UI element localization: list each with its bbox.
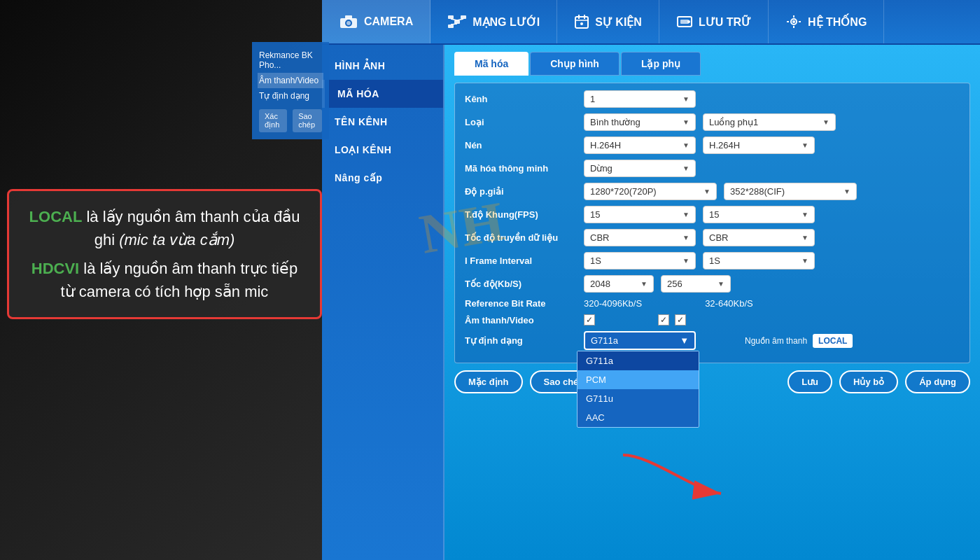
chevron-down-icon-tockbs: ▼ xyxy=(640,280,648,288)
select-tocdo-kbs[interactable]: 2048 ▼ xyxy=(584,275,654,293)
content-area: HÌNH ẢNH MÃ HÓA TÊN KÊNH LOẠI KÊNH Nâng … xyxy=(322,45,980,560)
chevron-down-icon-tudinhdang: ▼ xyxy=(680,335,689,346)
chevron-down-icon: ▼ xyxy=(682,95,690,103)
select-nen-2[interactable]: H.264H ▼ xyxy=(703,136,815,154)
select-do-pgiai-2[interactable]: 352*288(CIF) ▼ xyxy=(724,183,857,200)
checkbox-amthanh-2[interactable]: ✓ xyxy=(658,314,669,326)
select-tudinhdang[interactable]: G711a ▼ xyxy=(584,331,696,350)
sidebar-ma-hoa[interactable]: MÃ HÓA xyxy=(322,80,443,108)
overlay-item-2: Âm thanh/Video xyxy=(258,73,323,88)
top-nav: CAMERA MẠNG LƯỚI xyxy=(322,0,980,45)
chevron-down-icon-dopgiai: ▼ xyxy=(704,188,710,195)
dropdown-item-aac[interactable]: AAC xyxy=(578,408,699,427)
svg-point-15 xyxy=(580,22,583,25)
select-tocdo-truyen[interactable]: CBR ▼ xyxy=(584,229,696,246)
form-row-tdo-khung: T.độ Khung(FPS) 15 ▼ 15 ▼ xyxy=(465,206,960,223)
select-iframe-2[interactable]: 1S ▼ xyxy=(703,252,815,270)
select-luong-phu[interactable]: Luồng phụ1 ▼ xyxy=(703,113,836,131)
storage-icon xyxy=(676,14,693,29)
luu-button[interactable]: Lưu xyxy=(788,370,832,393)
sao-chep-btn-left[interactable]: Sao chép xyxy=(293,109,322,132)
select-nen-2-value: H.264H xyxy=(709,140,740,150)
chevron-down-icon-tockbs2: ▼ xyxy=(718,280,724,288)
main-panel: CAMERA MẠNG LƯỚI xyxy=(322,0,980,560)
select-do-pgiai-value: 1280*720(720P) xyxy=(590,186,657,197)
nav-luu-tru-label: LƯU TRỮ xyxy=(699,15,751,29)
annotation-mic-italic: (mic ta vừa cắm) xyxy=(119,231,234,248)
ap-dung-button[interactable]: Áp dụng xyxy=(905,370,970,393)
label-tudinhdang: Tự định dạng xyxy=(465,335,577,346)
label-loai: Loại xyxy=(465,117,577,127)
nav-mang-luoi-label: MẠNG LƯỚI xyxy=(472,15,540,29)
select-tdo-khung-2-value: 15 xyxy=(709,209,719,220)
select-nen[interactable]: H.264H ▼ xyxy=(584,136,696,154)
form-area: Kênh 1 ▼ Loại Bình thường ▼ Luồng phụ1 xyxy=(454,83,970,363)
select-loai[interactable]: Bình thường ▼ xyxy=(584,113,696,131)
select-tdo-khung-2[interactable]: 15 ▼ xyxy=(703,206,815,223)
svg-point-20 xyxy=(792,20,795,23)
select-kenh-value: 1 xyxy=(590,94,595,104)
tabs-row: Mã hóa Chụp hình Lặp phụ xyxy=(454,52,970,76)
overlay-item-1: Rekmance BK Pho... xyxy=(258,48,323,73)
label-kenh: Kênh xyxy=(465,94,577,104)
dropdown-item-g711a[interactable]: G711a xyxy=(578,351,699,370)
annotation-hdcvi-desc: là lấy nguồn âm thanh trực tiếp từ camer… xyxy=(61,260,298,300)
select-tocdo-kbs-value: 2048 xyxy=(590,279,610,289)
chevron-down-icon-iframe2: ▼ xyxy=(802,257,808,265)
select-tdo-khung[interactable]: 15 ▼ xyxy=(584,206,696,223)
tab-chup-hinh[interactable]: Chụp hình xyxy=(530,52,620,76)
sidebar-ten-kenh[interactable]: TÊN KÊNH xyxy=(322,108,443,136)
nav-camera[interactable]: CAMERA xyxy=(322,0,430,43)
nav-mang-luoi[interactable]: MẠNG LƯỚI xyxy=(430,0,557,43)
select-mahoa-thongminh-value: Dừng xyxy=(590,163,612,174)
sidebar-nang-cap[interactable]: Nâng cấp xyxy=(322,164,443,192)
sidebar-loai-kenh[interactable]: LOẠI KÊNH xyxy=(322,136,443,164)
select-nen-value: H.264H xyxy=(590,140,621,150)
chevron-down-icon-tocdo2: ▼ xyxy=(802,234,808,241)
dropdown-item-pcm[interactable]: PCM xyxy=(578,370,699,389)
xac-dinh-button[interactable]: Xác định xyxy=(259,109,287,132)
nav-he-thong[interactable]: HỆ THỐNG xyxy=(769,0,884,43)
select-iframe-2-value: 1S xyxy=(709,255,720,266)
label-nen: Nén xyxy=(465,140,577,150)
checkbox-amthanh-3[interactable]: ✓ xyxy=(675,314,686,326)
mac-dinh-button[interactable]: Mặc định xyxy=(454,370,523,393)
sidebar-hinh-anh[interactable]: HÌNH ẢNH xyxy=(322,52,443,80)
checkbox-amthanh-1[interactable]: ✓ xyxy=(584,314,595,326)
main-content-area: Mã hóa Chụp hình Lặp phụ Kênh 1 ▼ Loại xyxy=(444,45,980,560)
label-tocdo-kbs: Tốc độ(Kb/S) xyxy=(465,279,577,289)
label-tocdo-truyen: Tốc độ truyền dữ liệu xyxy=(465,232,577,243)
refbitrate-secondary: 32-640Kb/S xyxy=(705,298,753,309)
tudinhdang-dropdown: G711a PCM G711u AAC xyxy=(577,351,699,428)
dropdown-item-g711u[interactable]: G711u xyxy=(578,389,699,408)
nav-luu-tru[interactable]: LƯU TRỮ xyxy=(659,0,769,43)
refbitrate-value: 320-4096Kb/S xyxy=(584,298,642,309)
overlay-item-3: Tự định dạng xyxy=(258,88,323,104)
select-mahoa-thongminh[interactable]: Dừng ▼ xyxy=(584,160,696,177)
huy-bo-button[interactable]: Hủy bỏ xyxy=(839,370,898,393)
chevron-down-icon-loai: ▼ xyxy=(682,118,690,126)
svg-rect-4 xyxy=(448,15,454,19)
label-do-pgiai: Độ p.giải xyxy=(465,186,577,197)
select-tocdo-truyen-2[interactable]: CBR ▼ xyxy=(703,229,815,246)
form-row-nen: Nén H.264H ▼ H.264H ▼ xyxy=(465,136,960,154)
svg-rect-5 xyxy=(454,20,460,24)
select-kenh[interactable]: 1 ▼ xyxy=(584,90,696,108)
event-icon xyxy=(574,14,589,29)
svg-point-3 xyxy=(346,21,351,25)
chevron-down-icon-tdokhung2: ▼ xyxy=(802,211,808,218)
nav-su-kien-label: SỰ KIỆN xyxy=(595,15,642,29)
tab-lap-phu[interactable]: Lặp phụ xyxy=(621,52,701,76)
bottom-bar: Mặc định Sao chép Lưu Hủy bỏ Áp dụng xyxy=(454,370,970,393)
chevron-down-icon-iframe: ▼ xyxy=(682,257,690,265)
label-iframe: I Frame Interval xyxy=(465,255,577,266)
chevron-down-icon-luong: ▼ xyxy=(822,118,830,126)
nav-su-kien[interactable]: SỰ KIỆN xyxy=(557,0,659,43)
select-iframe[interactable]: 1S ▼ xyxy=(584,252,696,270)
select-tocdo-truyen-value: CBR xyxy=(590,232,609,243)
select-tdo-khung-value: 15 xyxy=(590,209,600,220)
tab-ma-hoa[interactable]: Mã hóa xyxy=(454,52,528,76)
select-tocdo-kbs-2[interactable]: 256 ▼ xyxy=(661,275,731,293)
chevron-down-icon-tocdo: ▼ xyxy=(682,234,690,241)
select-do-pgiai[interactable]: 1280*720(720P) ▼ xyxy=(584,183,717,200)
